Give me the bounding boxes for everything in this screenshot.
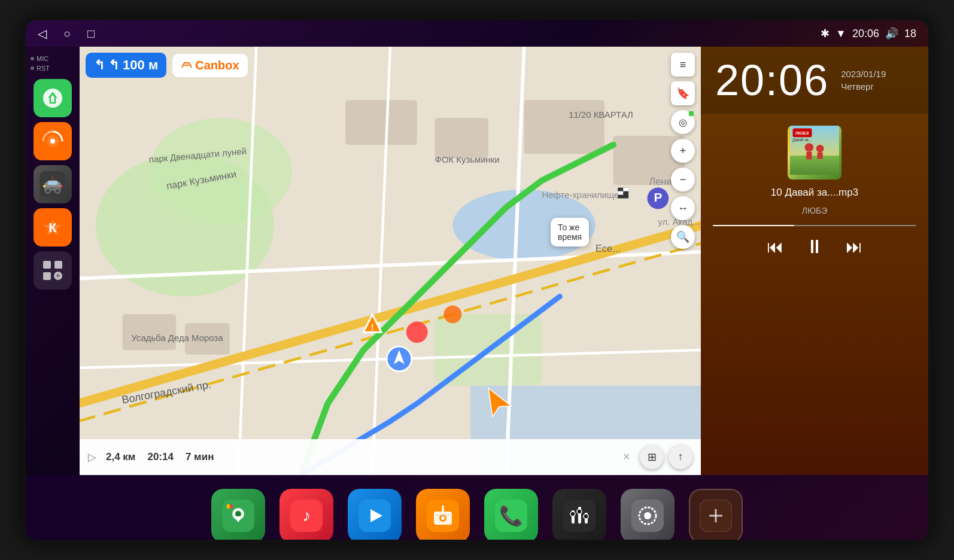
svg-rect-60 — [618, 191, 623, 195]
sidebar-grid-icon[interactable]: + — [34, 251, 72, 290]
svg-rect-29 — [435, 118, 488, 158]
svg-point-0 — [43, 89, 62, 108]
svg-point-93 — [577, 509, 582, 514]
svg-text:+: + — [56, 272, 60, 280]
map-location-btn[interactable]: ◎ — [671, 110, 695, 134]
sidebar-carplay-icon[interactable] — [34, 79, 72, 117]
grid-svg: + — [41, 258, 65, 282]
volume-level: 18 — [904, 28, 916, 40]
svg-point-42 — [443, 305, 461, 323]
svg-text:!: ! — [52, 176, 53, 180]
svg-rect-30 — [524, 100, 604, 153]
app-equalizer-icon[interactable] — [552, 489, 606, 543]
svg-rect-75 — [227, 504, 230, 509]
prev-track-btn[interactable]: ⏮ — [767, 237, 783, 257]
canbox-logo-icon — [181, 59, 193, 71]
svg-rect-64 — [806, 152, 812, 160]
same-time-bubble: То жевремя — [551, 218, 589, 246]
route-remaining-value: 7 мин — [186, 451, 214, 463]
app-video-wrapper[interactable]: Видео — [348, 489, 402, 543]
sidebar-music-icon[interactable] — [34, 122, 72, 160]
sidebar-kinopoisk-icon[interactable]: К — [34, 208, 72, 246]
svg-text:P: P — [654, 190, 662, 204]
recents-nav-btn[interactable]: □ — [87, 27, 95, 41]
mic-rst-panel: MIC RST — [26, 53, 80, 74]
map-zoom-in-btn[interactable]: + — [671, 139, 695, 163]
svg-text:Усадьба Деда Мороза: Усадьба Деда Мороза — [132, 333, 224, 343]
app-equalizer-wrapper[interactable]: Эквалайзер — [552, 489, 606, 543]
rst-dot — [31, 66, 34, 70]
clock-year-date: 2023/01/19 — [841, 69, 886, 79]
main-content: MIC RST — [26, 47, 928, 475]
svg-text:Есе...: Есе... — [596, 243, 621, 254]
clock-time: 20:06 — [715, 59, 829, 102]
status-right: ✱ ▼ 20:06 🔊 18 — [821, 27, 916, 40]
app-music-wrapper[interactable]: ♪ Музыка — [279, 489, 333, 543]
right-panel: 20:06 2023/01/19 Четверг — [701, 47, 928, 475]
svg-rect-26 — [123, 314, 176, 350]
app-settings-icon[interactable] — [621, 489, 675, 543]
music-controls: ⏮ ⏸ ⏭ — [767, 236, 862, 258]
radio-icon-svg — [427, 500, 459, 532]
svg-text:♪: ♪ — [302, 506, 311, 525]
map-zoom-out-btn[interactable]: − — [671, 168, 695, 191]
kinopoisk-svg: К — [40, 214, 66, 241]
svg-point-92 — [570, 512, 575, 516]
clock-day-name: Четверг — [841, 81, 886, 92]
route-arrival-value: 20:14 — [147, 451, 173, 463]
map-menu-btn[interactable]: ≡ — [671, 53, 695, 77]
app-radio-icon[interactable] — [416, 489, 470, 543]
map-layers-btn[interactable]: ⊞ — [640, 445, 664, 469]
map-compass-btn[interactable]: ↑ — [669, 445, 692, 469]
map-bookmark-btn[interactable]: 🔖 — [671, 81, 695, 105]
app-settings-wrapper[interactable]: Настройки — [621, 489, 675, 543]
status-bar: ◁ ○ □ ✱ ▼ 20:06 🔊 18 — [26, 20, 928, 47]
svg-text:ФОК Кузьминки: ФОК Кузьминки — [435, 155, 500, 165]
app-bluetooth-wrapper[interactable]: 📞 Bluetooth — [484, 489, 538, 543]
home-nav-btn[interactable]: ○ — [63, 27, 71, 41]
svg-point-41 — [406, 321, 428, 343]
map-search-btn[interactable]: 🔍 — [671, 225, 695, 249]
app-navigation-wrapper[interactable]: Навигация — [211, 489, 265, 543]
maps-icon-svg — [222, 500, 254, 532]
distance-text: ↰ 100 м — [108, 57, 158, 73]
next-track-btn[interactable]: ⏭ — [846, 237, 862, 257]
app-add-wrapper[interactable] — [689, 489, 743, 543]
map-controls-right: ≡ 🔖 ◎ + − ↔ 🔍 — [671, 53, 695, 249]
back-nav-btn[interactable]: ◁ — [38, 26, 47, 41]
route-distance-item: 2,4 км — [106, 451, 135, 463]
sidebar-car-icon[interactable]: ! — [34, 165, 72, 203]
svg-text:Давай за...: Давай за... — [792, 138, 812, 142]
map-swap-btn[interactable]: ↔ — [671, 196, 695, 220]
map-bottom-bar: ▷ 2,4 км 20:14 7 мин ✕ ⊞ — [80, 439, 701, 475]
svg-text:11/20 КВАРТАЛ: 11/20 КВАРТАЛ — [569, 110, 633, 120]
svg-point-65 — [816, 145, 824, 153]
svg-rect-66 — [818, 153, 823, 159]
app-radio-wrapper[interactable]: Радио — [416, 489, 470, 543]
location-active-dot — [689, 111, 694, 116]
rst-indicator: RST — [31, 65, 50, 72]
svg-point-63 — [805, 143, 814, 152]
app-music-icon[interactable]: ♪ — [279, 489, 333, 543]
music-icon-svg: ♪ — [290, 500, 323, 532]
equalizer-icon-svg — [563, 500, 596, 532]
turn-arrow: ↰ — [94, 57, 105, 73]
svg-point-9 — [43, 185, 45, 187]
svg-rect-8 — [48, 181, 57, 185]
app-bluetooth-icon[interactable]: 📞 — [484, 489, 538, 543]
map-container[interactable]: ! парк Кузьминки парк Двенадцати луней У… — [80, 47, 701, 475]
rst-label: RST — [37, 65, 50, 72]
progress-bar[interactable] — [713, 225, 916, 226]
play-pause-btn[interactable]: ⏸ — [805, 236, 824, 258]
app-navigation-icon[interactable] — [211, 489, 265, 543]
mic-label: MIC — [37, 55, 48, 62]
app-add-icon[interactable] — [689, 489, 743, 543]
map-extra-controls: ⊞ ↑ — [640, 445, 692, 469]
route-arrival-item: 20:14 — [147, 451, 173, 463]
route-info: 2,4 км 20:14 7 мин — [106, 451, 613, 463]
svg-point-97 — [644, 512, 651, 519]
route-remaining-item: 7 мин — [186, 451, 214, 463]
close-route-btn[interactable]: ✕ — [622, 451, 630, 462]
app-video-icon[interactable] — [348, 489, 402, 543]
album-art: ЛЮБЭ Давай за... — [788, 126, 841, 179]
